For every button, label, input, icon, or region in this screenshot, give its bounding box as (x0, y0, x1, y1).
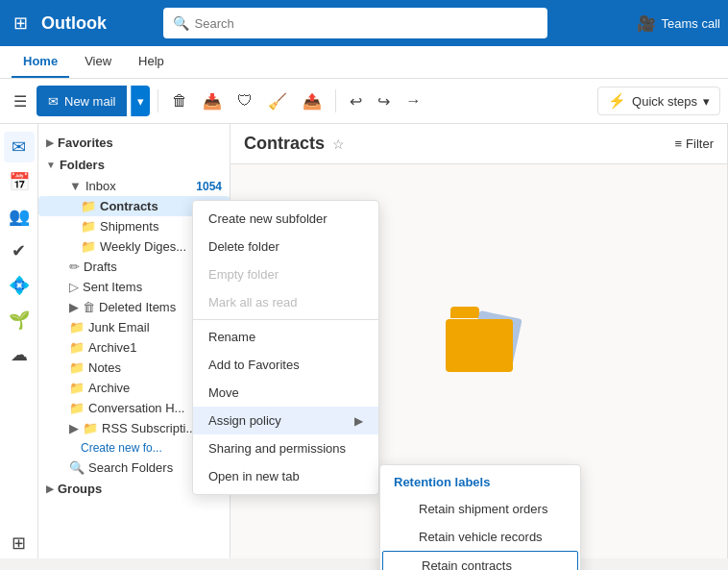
menu-open-new-tab[interactable]: Open in new tab (193, 462, 378, 490)
tab-home[interactable]: Home (12, 46, 69, 78)
search-input[interactable] (195, 16, 538, 31)
search-box[interactable]: 🔍 (163, 8, 547, 38)
nav-cloud-icon[interactable]: ☁ (4, 339, 35, 370)
drafts-label: Drafts (84, 260, 117, 274)
groups-arrow-icon: ▶ (46, 483, 54, 494)
teams-call-label: Teams call (662, 16, 720, 31)
sweep-button[interactable]: 🧹 (262, 88, 293, 114)
sent-icon: ▷ (69, 280, 79, 294)
archive-icon: 📁 (69, 381, 85, 395)
menu-add-favorites[interactable]: Add to Favorites (193, 351, 378, 379)
submenu-vehicle-label: Retain vehicle records (419, 530, 543, 544)
junk-label: Junk Email (88, 320, 150, 335)
deleted-trash-icon: 🗑 (83, 300, 95, 314)
move-to-button[interactable]: 📤 (297, 88, 328, 114)
favorites-arrow-icon: ▶ (46, 137, 54, 148)
contracts-label: Contracts (100, 199, 158, 213)
ribbon-separator-2 (335, 89, 336, 112)
lightning-icon: ⚡ (608, 92, 626, 110)
ribbon-separator-1 (158, 89, 158, 112)
rss-arrow-icon: ▶ (69, 421, 79, 435)
folder-inbox[interactable]: ▼ Inbox 1054 (38, 176, 230, 196)
menu-rename[interactable]: Rename (193, 323, 378, 351)
junk-icon: 📁 (69, 320, 85, 335)
rss-label: RSS Subscripti... (102, 421, 196, 435)
submenu-retain-vehicle[interactable]: Retain vehicle records (380, 523, 580, 551)
contracts-folder-icon: 📁 (81, 199, 96, 213)
report-button[interactable]: 🛡 (231, 88, 258, 113)
archive1-icon: 📁 (69, 340, 85, 355)
menu-sharing-permissions[interactable]: Sharing and permissions (193, 434, 378, 462)
mail-icon: ✉ (48, 94, 59, 109)
folder-title: Contracts (244, 134, 325, 154)
nav-teams-icon[interactable]: 💠 (4, 270, 35, 301)
redo-button[interactable]: → (400, 88, 426, 113)
favorites-label: Favorites (58, 136, 113, 150)
ribbon-tabs: Home View Help (0, 46, 728, 79)
quick-steps-button[interactable]: ⚡ Quick steps ▾ (597, 87, 720, 115)
search-icon: 🔍 (173, 15, 189, 31)
tab-view[interactable]: View (73, 46, 123, 78)
shipments-label: Shipments (100, 219, 158, 234)
collapse-nav-button[interactable]: ☰ (8, 88, 33, 114)
nav-grid-icon[interactable]: ⊞ (4, 528, 35, 558)
nav-icons: ✉ 📅 👥 ✔ 💠 🌱 ☁ ⊞ (0, 124, 38, 558)
folder-tab-graphic (450, 307, 479, 318)
ribbon-actions: ☰ ✉ New mail ▾ 🗑 📥 🛡 🧹 📤 ↩ ↪ → ⚡ Quick s… (0, 79, 728, 123)
filter-button[interactable]: ≡ Filter (675, 136, 714, 151)
submenu-arrow-icon: ▶ (354, 414, 363, 428)
new-mail-dropdown-button[interactable]: ▾ (131, 86, 150, 116)
archive-button[interactable]: 📥 (197, 88, 228, 114)
teams-call-button[interactable]: 🎥 Teams call (637, 14, 720, 33)
email-pane-header: Contracts ☆ ≡ Filter (231, 124, 727, 164)
ribbon: Home View Help ☰ ✉ New mail ▾ 🗑 📥 🛡 🧹 📤 … (0, 46, 728, 124)
inbox-count: 1054 (196, 180, 222, 193)
new-mail-label: New mail (64, 94, 115, 109)
menu-separator-1 (193, 319, 378, 320)
app-grid-icon[interactable]: ⊞ (8, 7, 34, 39)
deleted-icon: ▶ (69, 300, 79, 314)
star-icon[interactable]: ☆ (332, 136, 345, 152)
search-folders-icon: 🔍 (69, 460, 85, 475)
menu-create-subfolder[interactable]: Create new subfolder (193, 205, 378, 233)
conversation-label: Conversation H... (88, 401, 184, 415)
menu-empty-folder: Empty folder (193, 260, 378, 288)
menu-assign-policy[interactable]: Assign policy ▶ (193, 407, 378, 434)
delete-button[interactable]: 🗑 (166, 88, 193, 113)
new-mail-button[interactable]: ✉ New mail (36, 86, 127, 116)
nav-people-icon[interactable]: 👥 (4, 201, 35, 232)
nav-tasks-icon[interactable]: ✔ (4, 235, 35, 266)
menu-mark-all-read: Mark all as read (193, 288, 378, 316)
app-name: Outlook (41, 13, 107, 34)
undo-button[interactable]: ↩ (344, 88, 368, 114)
filter-label: Filter (686, 136, 714, 151)
assign-policy-submenu: Retention labels Retain shipment orders … (379, 464, 581, 570)
weekly-digest-icon: 📁 (81, 239, 96, 254)
retention-labels-header: Retention labels (394, 475, 490, 489)
nav-apps-icon[interactable]: 🌱 (4, 305, 35, 335)
submenu-retain-shipment[interactable]: Retain shipment orders (380, 495, 580, 523)
folders-label: Folders (60, 158, 105, 172)
inbox-label: Inbox (85, 179, 116, 193)
nav-calendar-icon[interactable]: 📅 (4, 166, 35, 197)
menu-move[interactable]: Move (193, 379, 378, 407)
undo2-button[interactable]: ↪ (372, 88, 396, 114)
nav-mail-icon[interactable]: ✉ (4, 132, 35, 162)
submenu-contracts-label: Retain contracts (422, 558, 512, 570)
shipments-folder-icon: 📁 (81, 219, 96, 234)
menu-delete-folder[interactable]: Delete folder (193, 233, 378, 260)
weekly-digest-label: Weekly Diges... (100, 239, 186, 254)
notes-icon: 📁 (69, 360, 85, 375)
folders-header[interactable]: ▼ Folders (38, 154, 230, 176)
drafts-icon: ✏ (69, 260, 80, 274)
favorites-header[interactable]: ▶ Favorites (38, 132, 230, 154)
notes-label: Notes (88, 360, 121, 375)
submenu-header: Retention labels (380, 469, 580, 495)
tab-help[interactable]: Help (127, 46, 176, 78)
archive1-label: Archive1 (88, 340, 137, 355)
submenu-retain-contracts[interactable]: Retain contracts (382, 551, 578, 570)
groups-label: Groups (58, 482, 102, 496)
topbar: ⊞ Outlook 🔍 🎥 Teams call (0, 0, 728, 46)
folders-arrow-icon: ▼ (46, 160, 56, 170)
sent-label: Sent Items (83, 280, 142, 294)
